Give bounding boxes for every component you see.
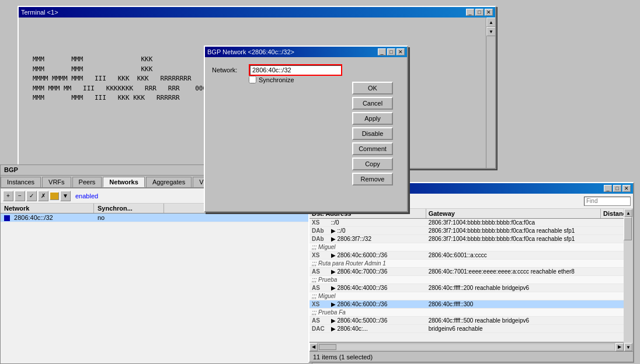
scroll-right[interactable]: ▶: [615, 343, 624, 351]
close-button[interactable]: ✕: [485, 9, 493, 16]
network-cell: 2806:40c::/32: [1, 214, 94, 222]
gw-cell: [426, 263, 601, 264]
dst-cell: XS ▶ 2806:40c:6000::/36: [309, 251, 426, 259]
bgp-dialog-title: BGP Network <2806:40c::/32>: [207, 48, 294, 55]
dst-cell: DAb ▶ 2806:3f7::/32: [309, 235, 426, 243]
dst-cell: DAC ▶ 2806:40c:...: [309, 325, 426, 332]
ipv6-close[interactable]: ✕: [622, 185, 631, 192]
tab-networks[interactable]: Networks: [103, 177, 145, 187]
cancel-button[interactable]: Cancel: [352, 97, 393, 110]
comment-cell: ;;; Prueba: [309, 276, 426, 284]
maximize-button[interactable]: □: [475, 9, 484, 16]
dialog-maximize[interactable]: □: [387, 48, 395, 55]
ipv6-comment-row[interactable]: ;;; Prueba: [309, 276, 633, 284]
dialog-close[interactable]: ✕: [396, 48, 405, 55]
status-text: 11 items (1 selected): [313, 354, 373, 360]
tab-peers[interactable]: Peers: [72, 177, 102, 187]
dst-cell: DAb ▶ ::/0: [309, 227, 426, 235]
ipv6-find-input[interactable]: [584, 197, 631, 206]
bgp-dialog-body: Network: Synchronize OK Cancel Apply Dis…: [205, 57, 407, 211]
gw-cell: [426, 312, 601, 313]
col-header-sync: Synchron...: [94, 204, 164, 213]
remove-button[interactable]: −: [15, 191, 25, 201]
h-scroll-track[interactable]: [319, 344, 614, 350]
square-button[interactable]: [50, 192, 59, 200]
gw-cell: 2806:3f7:1004:bbbb:bbbb:bbbb:f0ca:f0ca r…: [426, 227, 601, 235]
comment-cell: ;;; Miguel: [309, 292, 426, 300]
gw-cell: 2806:3f7:1004:bbbb:bbbb:bbbb:f0ca:f0ca: [426, 219, 601, 226]
dialog-minimize[interactable]: _: [378, 48, 386, 55]
gw-cell: 2806:40c:ffff::200 reachable bridgeipv6: [426, 284, 601, 292]
dialog-content: Network: Synchronize OK Cancel Apply Dis…: [212, 64, 400, 204]
ipv6-row[interactable]: AS ▶ 2806:40c:7000::/36 2806:40c:7001:ee…: [309, 268, 633, 276]
ipv6-comment-row[interactable]: ;;; Miguel: [309, 292, 633, 300]
gw-cell: 2806:40c:6001::a:cccc: [426, 251, 601, 259]
ipv6-comment-row[interactable]: ;;; Miguel: [309, 243, 633, 251]
network-input[interactable]: [249, 64, 342, 76]
add-button[interactable]: +: [3, 191, 13, 201]
filter-button[interactable]: ▼: [60, 191, 71, 201]
synchronize-label: Synchronize: [259, 76, 294, 83]
ipv6-minimize[interactable]: _: [604, 185, 612, 192]
scroll-track[interactable]: [624, 217, 633, 343]
cross-button[interactable]: ✗: [38, 191, 48, 201]
remove-button[interactable]: Remove: [352, 173, 393, 186]
dst-cell: XS ▶ 2806:40c:6000::/36: [309, 300, 426, 308]
ipv6-row[interactable]: AS ▶ 2806:40c:4000::/36 2806:40c:ffff::2…: [309, 284, 633, 292]
disable-button[interactable]: Disable: [352, 127, 393, 140]
terminal-titlebar: Terminal <1> _ □ ✕: [19, 7, 495, 18]
col-header-network: Network: [1, 204, 94, 213]
table-row[interactable]: 2806:40c::/32 no: [1, 214, 312, 222]
scroll-down-btn[interactable]: ▼: [624, 343, 632, 351]
h-scroll-thumb[interactable]: [319, 344, 336, 350]
ipv6-row[interactable]: DAb ▶ 2806:3f7::/32 2806:3f7:1004:bbbb:b…: [309, 235, 633, 243]
status-enabled: enabled: [72, 191, 102, 201]
scroll-down[interactable]: ▼: [486, 27, 495, 36]
scroll-thumb[interactable]: [624, 217, 632, 240]
gw-cell: [426, 279, 601, 281]
comment-cell: ;;; Ruta para Router Admin 1: [309, 260, 426, 267]
ok-button[interactable]: OK: [352, 82, 393, 94]
dst-cell: AS ▶ 2806:40c:4000::/36: [309, 284, 426, 292]
ipv6-row[interactable]: AS ▶ 2806:40c:5000::/36 2806:40c:ffff::5…: [309, 317, 633, 325]
ipv6-comment-row[interactable]: ;;; Ruta para Router Admin 1: [309, 260, 633, 268]
minimize-button[interactable]: _: [466, 9, 474, 16]
ipv6-row[interactable]: XS ▶ 2806:40c:6000::/36 2806:40c:ffff::3…: [309, 300, 633, 309]
network-row: Network:: [212, 64, 400, 76]
dialog-buttons: OK Cancel Apply Disable Comment Copy Rem…: [352, 82, 393, 186]
terminal-scrollbar[interactable]: ▲ ▼: [486, 18, 495, 168]
scroll-left[interactable]: ◀: [309, 343, 318, 351]
gw-cell: 2806:3f7:1004:bbbb:bbbb:bbbb:f0ca:f0ca r…: [426, 235, 601, 243]
bgp-network-dialog: BGP Network <2806:40c::/32> _ □ ✕ Networ…: [204, 46, 408, 212]
horizontal-scrollbar[interactable]: ◀ ▶: [309, 342, 624, 351]
ipv6-statusbar: 11 items (1 selected): [309, 351, 633, 362]
check-button[interactable]: ✓: [26, 191, 37, 201]
scroll-up-btn[interactable]: ▲: [624, 209, 632, 217]
ipv6-row[interactable]: DAb ▶ ::/0 2806:3f7:1004:bbbb:bbbb:bbbb:…: [309, 227, 633, 235]
ipv6-row[interactable]: XS ::/0 2806:3f7:1004:bbbb:bbbb:bbbb:f0c…: [309, 219, 633, 227]
copy-button[interactable]: Copy: [352, 158, 393, 170]
comment-cell: ;;; Prueba Fa: [309, 309, 426, 316]
ipv6-row[interactable]: DAC ▶ 2806:40c:... bridgeinv6 reachable: [309, 325, 633, 333]
tab-aggregates[interactable]: Aggregates: [146, 177, 192, 187]
tab-instances[interactable]: Instances: [1, 177, 41, 187]
synchronize-checkbox[interactable]: [249, 76, 256, 83]
dst-cell: AS ▶ 2806:40c:5000::/36: [309, 317, 426, 324]
sync-cell: no: [94, 214, 164, 222]
ipv6-comment-row[interactable]: ;;; Prueba Fa: [309, 309, 633, 317]
scroll-up[interactable]: ▲: [486, 18, 495, 27]
comment-cell: ;;; Miguel: [309, 243, 426, 251]
terminal-title: Terminal <1>: [21, 9, 58, 16]
ipv6-row[interactable]: XS ▶ 2806:40c:6000::/36 2806:40c:6001::a…: [309, 251, 633, 260]
vertical-scrollbar[interactable]: ▲ ▼: [624, 209, 633, 351]
ipv6-body: XS ::/0 2806:3f7:1004:bbbb:bbbb:bbbb:f0c…: [309, 219, 633, 345]
gw-cell: bridgeinv6 reachable: [426, 325, 601, 332]
gw-cell: 2806:40c:ffff::500 reachable bridgeipv6: [426, 317, 601, 324]
tab-vrfs[interactable]: VRFs: [42, 177, 71, 187]
comment-button[interactable]: Comment: [352, 142, 393, 155]
apply-button[interactable]: Apply: [352, 112, 393, 125]
dst-cell: XS ::/0: [309, 219, 426, 226]
col-gw-header: Gateway: [426, 209, 601, 218]
terminal-controls: _ □ ✕: [466, 9, 493, 16]
ipv6-maximize[interactable]: □: [613, 185, 621, 192]
